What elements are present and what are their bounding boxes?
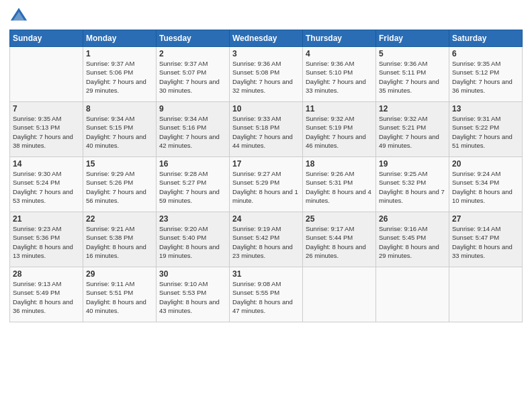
calendar-cell: 5Sunrise: 9:36 AMSunset: 5:11 PMDaylight… bbox=[376, 47, 449, 102]
day-info: Sunrise: 9:30 AMSunset: 5:24 PMDaylight:… bbox=[13, 169, 80, 205]
calendar-cell: 26Sunrise: 9:16 AMSunset: 5:45 PMDayligh… bbox=[376, 212, 449, 267]
calendar-cell: 14Sunrise: 9:30 AMSunset: 5:24 PMDayligh… bbox=[10, 157, 83, 212]
day-number: 28 bbox=[13, 269, 80, 279]
calendar-cell: 4Sunrise: 9:36 AMSunset: 5:10 PMDaylight… bbox=[303, 47, 376, 102]
day-number: 23 bbox=[159, 214, 226, 224]
calendar-cell: 15Sunrise: 9:29 AMSunset: 5:26 PMDayligh… bbox=[83, 157, 157, 212]
day-info: Sunrise: 9:26 AMSunset: 5:31 PMDaylight:… bbox=[306, 169, 373, 205]
day-number: 2 bbox=[159, 49, 226, 58]
calendar-cell: 23Sunrise: 9:20 AMSunset: 5:40 PMDayligh… bbox=[157, 212, 230, 267]
day-number: 9 bbox=[159, 104, 226, 113]
day-header-friday: Friday bbox=[376, 30, 449, 47]
calendar-cell: 19Sunrise: 9:25 AMSunset: 5:32 PMDayligh… bbox=[376, 157, 449, 212]
day-number: 7 bbox=[13, 104, 80, 113]
day-number: 8 bbox=[86, 104, 153, 113]
day-number: 27 bbox=[452, 214, 519, 224]
day-info: Sunrise: 9:25 AMSunset: 5:32 PMDaylight:… bbox=[379, 169, 446, 205]
calendar-cell: 25Sunrise: 9:17 AMSunset: 5:44 PMDayligh… bbox=[303, 212, 376, 267]
day-info: Sunrise: 9:21 AMSunset: 5:38 PMDaylight:… bbox=[86, 224, 153, 260]
day-number: 16 bbox=[159, 159, 226, 169]
day-info: Sunrise: 9:33 AMSunset: 5:18 PMDaylight:… bbox=[232, 114, 300, 150]
day-number: 12 bbox=[379, 104, 446, 113]
calendar-cell: 29Sunrise: 9:11 AMSunset: 5:51 PMDayligh… bbox=[83, 267, 157, 322]
day-info: Sunrise: 9:35 AMSunset: 5:13 PMDaylight:… bbox=[13, 114, 80, 150]
main-container: SundayMondayTuesdayWednesdayThursdayFrid… bbox=[0, 0, 532, 328]
day-number: 1 bbox=[86, 49, 153, 58]
day-number: 26 bbox=[379, 214, 446, 224]
calendar-cell: 22Sunrise: 9:21 AMSunset: 5:38 PMDayligh… bbox=[83, 212, 157, 267]
day-info: Sunrise: 9:24 AMSunset: 5:34 PMDaylight:… bbox=[452, 169, 519, 205]
calendar-cell: 3Sunrise: 9:36 AMSunset: 5:08 PMDaylight… bbox=[230, 47, 303, 102]
day-number: 17 bbox=[232, 159, 300, 169]
day-header-wednesday: Wednesday bbox=[230, 30, 303, 47]
day-number: 3 bbox=[232, 49, 300, 58]
day-info: Sunrise: 9:37 AMSunset: 5:07 PMDaylight:… bbox=[159, 59, 226, 95]
day-info: Sunrise: 9:32 AMSunset: 5:21 PMDaylight:… bbox=[379, 114, 446, 150]
calendar-cell: 2Sunrise: 9:37 AMSunset: 5:07 PMDaylight… bbox=[157, 47, 230, 102]
header bbox=[9, 7, 523, 26]
calendar-cell bbox=[303, 267, 376, 322]
day-number: 20 bbox=[452, 159, 519, 169]
day-info: Sunrise: 9:16 AMSunset: 5:45 PMDaylight:… bbox=[379, 224, 446, 260]
day-header-monday: Monday bbox=[83, 30, 157, 47]
day-number: 25 bbox=[306, 214, 373, 224]
day-number: 31 bbox=[232, 269, 300, 279]
day-info: Sunrise: 9:36 AMSunset: 5:10 PMDaylight:… bbox=[306, 59, 373, 95]
calendar-cell: 31Sunrise: 9:08 AMSunset: 5:55 PMDayligh… bbox=[230, 267, 303, 322]
day-header-sunday: Sunday bbox=[10, 30, 83, 47]
calendar-cell: 8Sunrise: 9:34 AMSunset: 5:15 PMDaylight… bbox=[83, 102, 157, 157]
calendar-cell: 7Sunrise: 9:35 AMSunset: 5:13 PMDaylight… bbox=[10, 102, 83, 157]
day-info: Sunrise: 9:36 AMSunset: 5:08 PMDaylight:… bbox=[232, 59, 300, 95]
day-number: 6 bbox=[452, 49, 519, 58]
calendar-cell: 27Sunrise: 9:14 AMSunset: 5:47 PMDayligh… bbox=[449, 212, 523, 267]
calendar-cell: 11Sunrise: 9:32 AMSunset: 5:19 PMDayligh… bbox=[303, 102, 376, 157]
calendar-cell: 17Sunrise: 9:27 AMSunset: 5:29 PMDayligh… bbox=[230, 157, 303, 212]
day-info: Sunrise: 9:14 AMSunset: 5:47 PMDaylight:… bbox=[452, 224, 519, 260]
day-info: Sunrise: 9:20 AMSunset: 5:40 PMDaylight:… bbox=[159, 224, 226, 260]
day-number: 5 bbox=[379, 49, 446, 58]
day-info: Sunrise: 9:27 AMSunset: 5:29 PMDaylight:… bbox=[232, 169, 300, 205]
day-info: Sunrise: 9:34 AMSunset: 5:16 PMDaylight:… bbox=[159, 114, 226, 150]
day-number: 21 bbox=[13, 214, 80, 224]
day-info: Sunrise: 9:11 AMSunset: 5:51 PMDaylight:… bbox=[86, 279, 153, 315]
day-info: Sunrise: 9:29 AMSunset: 5:26 PMDaylight:… bbox=[86, 169, 153, 205]
calendar-cell: 21Sunrise: 9:23 AMSunset: 5:36 PMDayligh… bbox=[10, 212, 83, 267]
calendar-week-row: 21Sunrise: 9:23 AMSunset: 5:36 PMDayligh… bbox=[10, 212, 523, 267]
calendar-cell: 28Sunrise: 9:13 AMSunset: 5:49 PMDayligh… bbox=[10, 267, 83, 322]
calendar-cell: 1Sunrise: 9:37 AMSunset: 5:06 PMDaylight… bbox=[83, 47, 157, 102]
day-info: Sunrise: 9:13 AMSunset: 5:49 PMDaylight:… bbox=[13, 279, 80, 315]
calendar-cell: 6Sunrise: 9:35 AMSunset: 5:12 PMDaylight… bbox=[449, 47, 523, 102]
day-header-saturday: Saturday bbox=[449, 30, 523, 47]
calendar-cell: 30Sunrise: 9:10 AMSunset: 5:53 PMDayligh… bbox=[157, 267, 230, 322]
calendar-week-row: 14Sunrise: 9:30 AMSunset: 5:24 PMDayligh… bbox=[10, 157, 523, 212]
day-number: 22 bbox=[86, 214, 153, 224]
day-number: 19 bbox=[379, 159, 446, 169]
day-info: Sunrise: 9:31 AMSunset: 5:22 PMDaylight:… bbox=[452, 114, 519, 150]
calendar-week-row: 1Sunrise: 9:37 AMSunset: 5:06 PMDaylight… bbox=[10, 47, 523, 102]
calendar-week-row: 28Sunrise: 9:13 AMSunset: 5:49 PMDayligh… bbox=[10, 267, 523, 322]
day-info: Sunrise: 9:23 AMSunset: 5:36 PMDaylight:… bbox=[13, 224, 80, 260]
day-info: Sunrise: 9:28 AMSunset: 5:27 PMDaylight:… bbox=[159, 169, 226, 205]
calendar-table: SundayMondayTuesdayWednesdayThursdayFrid… bbox=[9, 30, 523, 322]
day-info: Sunrise: 9:17 AMSunset: 5:44 PMDaylight:… bbox=[306, 224, 373, 260]
calendar-cell: 10Sunrise: 9:33 AMSunset: 5:18 PMDayligh… bbox=[230, 102, 303, 157]
calendar-cell bbox=[449, 267, 523, 322]
day-header-thursday: Thursday bbox=[303, 30, 376, 47]
day-info: Sunrise: 9:36 AMSunset: 5:11 PMDaylight:… bbox=[379, 59, 446, 95]
day-number: 15 bbox=[86, 159, 153, 169]
calendar-cell: 12Sunrise: 9:32 AMSunset: 5:21 PMDayligh… bbox=[376, 102, 449, 157]
day-info: Sunrise: 9:32 AMSunset: 5:19 PMDaylight:… bbox=[306, 114, 373, 150]
day-number: 18 bbox=[306, 159, 373, 169]
calendar-cell: 16Sunrise: 9:28 AMSunset: 5:27 PMDayligh… bbox=[157, 157, 230, 212]
day-header-tuesday: Tuesday bbox=[157, 30, 230, 47]
calendar-cell: 20Sunrise: 9:24 AMSunset: 5:34 PMDayligh… bbox=[449, 157, 523, 212]
day-number: 11 bbox=[306, 104, 373, 113]
calendar-week-row: 7Sunrise: 9:35 AMSunset: 5:13 PMDaylight… bbox=[10, 102, 523, 157]
calendar-cell: 9Sunrise: 9:34 AMSunset: 5:16 PMDaylight… bbox=[157, 102, 230, 157]
day-number: 14 bbox=[13, 159, 80, 169]
day-info: Sunrise: 9:35 AMSunset: 5:12 PMDaylight:… bbox=[452, 59, 519, 95]
day-number: 29 bbox=[86, 269, 153, 279]
day-info: Sunrise: 9:08 AMSunset: 5:55 PMDaylight:… bbox=[232, 279, 300, 315]
calendar-cell: 18Sunrise: 9:26 AMSunset: 5:31 PMDayligh… bbox=[303, 157, 376, 212]
day-number: 24 bbox=[232, 214, 300, 224]
